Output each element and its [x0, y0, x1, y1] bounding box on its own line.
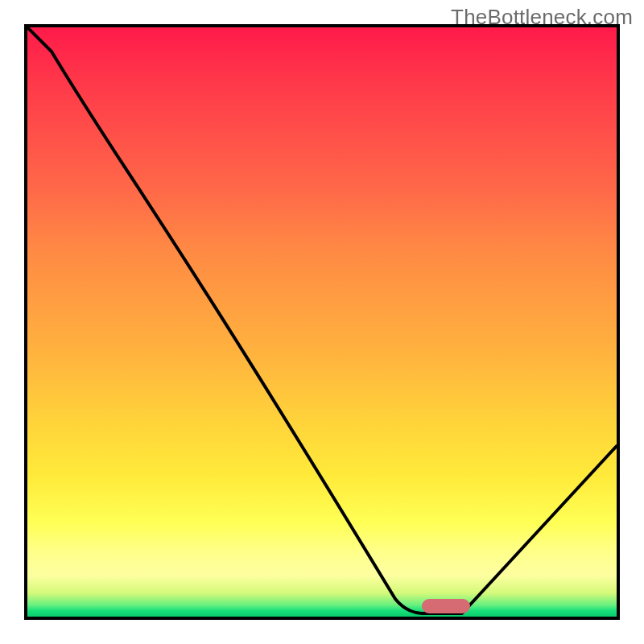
curve-path: [27, 27, 617, 613]
watermark-text: TheBottleneck.com: [451, 5, 633, 30]
optimal-marker: [422, 599, 470, 613]
bottleneck-curve: [27, 27, 617, 617]
chart-container: TheBottleneck.com: [0, 0, 644, 644]
plot-area: [24, 24, 620, 620]
